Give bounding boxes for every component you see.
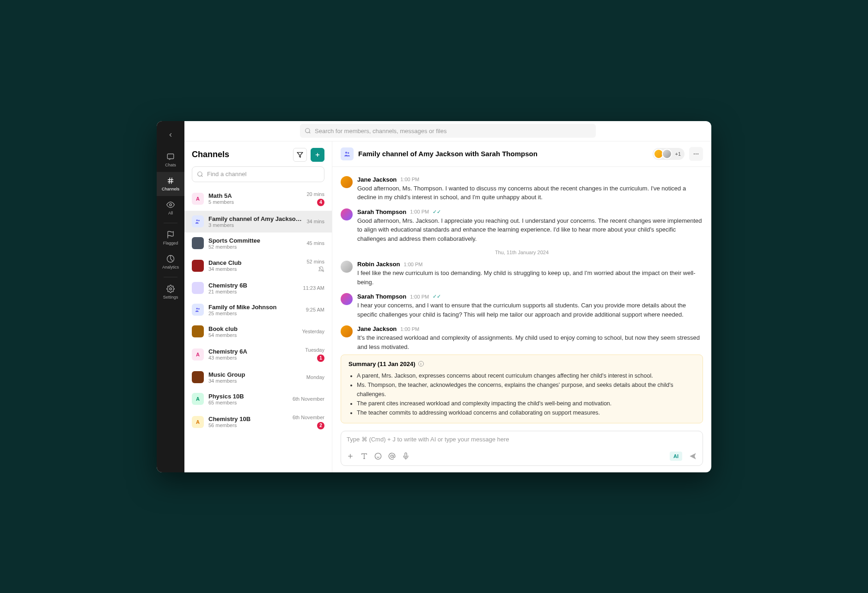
people-icon [343, 150, 351, 158]
channel-members: 54 members [208, 332, 297, 338]
nav-analytics[interactable]: Analytics [157, 250, 184, 274]
chat-header: Family channel of Amy Jackson with Sarah… [332, 141, 711, 167]
svg-point-5 [170, 203, 172, 206]
channel-avatar: A [192, 193, 204, 205]
message-list[interactable]: Jane Jackson 1:00 PM Good afternoon, Ms.… [332, 167, 711, 351]
top-search-bar: Search for members, channels, messages o… [184, 121, 711, 141]
message-avatar [341, 176, 353, 188]
hash-icon [166, 177, 175, 185]
filter-button[interactable] [293, 148, 307, 162]
message-text: I feel like the new curriculum is too de… [357, 269, 703, 287]
svg-point-20 [198, 308, 200, 310]
channel-avatar [192, 304, 204, 316]
message-author: Jane Jackson [357, 325, 397, 332]
channel-list[interactable]: A Math 5A 5 members 20 mins 4 Family cha… [184, 187, 332, 472]
nav-channels[interactable]: Channels [157, 172, 184, 196]
message-text: It's the increased workload and complexi… [357, 333, 703, 351]
format-button[interactable] [361, 452, 368, 460]
eye-icon [166, 201, 175, 209]
channel-members: 34 members [208, 266, 302, 272]
svg-line-3 [169, 177, 170, 184]
channel-members: 21 members [208, 289, 299, 294]
message-composer: Type ⌘ (Cmd) + J to write with AI or typ… [341, 431, 703, 466]
message-author: Jane Jackson [357, 176, 397, 183]
channel-item[interactable]: Chemistry 6B 21 members 11:23 AM [184, 277, 332, 299]
channel-avatar [192, 215, 204, 227]
search-icon [305, 128, 311, 134]
channel-avatar [192, 371, 204, 383]
member-avatars[interactable]: +1 [653, 148, 685, 160]
read-check-icon: ✓✓ [433, 209, 441, 215]
nav-all[interactable]: All [157, 196, 184, 220]
channel-item[interactable]: Family of Mike Johnson 25 members 9:25 A… [184, 299, 332, 321]
plus-icon [314, 152, 321, 158]
search-placeholder: Find a channel [207, 171, 246, 177]
channel-members: 5 members [208, 199, 302, 205]
svg-line-4 [171, 177, 172, 184]
channel-members: 34 members [208, 378, 302, 384]
channel-avatar [192, 237, 204, 249]
summary-bullets: A parent, Mrs. Jackson, expresses concer… [348, 371, 695, 417]
channel-item[interactable]: Music Group 34 members Monday [184, 367, 332, 388]
composer-input[interactable]: Type ⌘ (Cmd) + J to write with AI or typ… [347, 436, 697, 447]
channel-members: 52 members [208, 244, 302, 250]
message-avatar [341, 325, 353, 337]
channel-time: 20 mins [306, 191, 324, 197]
channel-avatar [192, 260, 204, 272]
channel-name: Book club [208, 325, 297, 332]
message: Jane Jackson 1:00 PM Good afternoon, Ms.… [341, 176, 703, 202]
send-button[interactable] [689, 452, 697, 460]
nav-settings[interactable]: Settings [157, 280, 184, 304]
channel-search-input[interactable]: Find a channel [192, 166, 324, 182]
search-icon [197, 171, 203, 177]
channel-members: 65 members [208, 400, 288, 405]
emoji-button[interactable] [374, 452, 382, 460]
unread-badge: 1 [317, 355, 324, 362]
channel-name: Sports Committee [208, 237, 302, 244]
channel-item[interactable]: A Math 5A 5 members 20 mins 4 [184, 187, 332, 211]
svg-point-8 [170, 287, 172, 290]
message-time: 1:00 PM [403, 262, 422, 267]
back-button[interactable] [162, 127, 179, 143]
analytics-icon [166, 255, 175, 263]
channel-name: Chemistry 6A [208, 348, 300, 355]
channel-item[interactable]: Family channel of Amy Jackson with S... … [184, 211, 332, 232]
channel-members: 25 members [208, 311, 301, 316]
global-search-input[interactable]: Search for members, channels, messages o… [300, 124, 596, 138]
svg-marker-11 [297, 152, 303, 157]
nav-flagged[interactable]: Flagged [157, 226, 184, 250]
chat-icon [166, 153, 175, 161]
channel-item[interactable]: Sports Committee 52 members 45 mins [184, 232, 332, 254]
dots-icon [693, 151, 699, 157]
unread-badge: 2 [317, 422, 324, 429]
channel-name: Chemistry 10B [208, 416, 288, 422]
mic-button[interactable] [402, 452, 410, 460]
channel-time: Yesterday [302, 329, 324, 334]
info-icon[interactable]: i [418, 361, 424, 367]
add-channel-button[interactable] [311, 148, 324, 162]
message-time: 1:00 PM [410, 294, 429, 300]
channel-item[interactable]: A Physics 10B 65 members 6th November [184, 388, 332, 410]
channel-avatar [192, 325, 204, 337]
svg-point-24 [696, 153, 697, 154]
channel-time: 6th November [293, 415, 324, 420]
message-author: Sarah Thompson [357, 293, 406, 300]
channel-item[interactable]: A Chemistry 6A 43 members Tuesday 1 [184, 342, 332, 367]
channel-name: Physics 10B [208, 393, 288, 400]
app-window: Chats Channels All Flagged Analytics Set… [157, 121, 711, 472]
summary-title: Summary (11 Jan 2024) i [348, 361, 695, 367]
nav-chats[interactable]: Chats [157, 148, 184, 172]
channel-members: 43 members [208, 355, 300, 361]
channel-item[interactable]: Dance Club 34 members 52 mins [184, 254, 332, 277]
chat-more-button[interactable] [689, 147, 703, 161]
channel-item[interactable]: A Chemistry 10B 56 members 6th November … [184, 410, 332, 434]
channel-item[interactable]: Book club 54 members Yesterday [184, 321, 332, 342]
search-placeholder: Search for members, channels, messages o… [315, 128, 446, 134]
channel-members: 56 members [208, 422, 288, 428]
mention-button[interactable] [388, 452, 396, 460]
mute-icon [318, 266, 324, 273]
svg-point-14 [198, 171, 202, 176]
summary-bullet: Ms. Thompson, the teacher, acknowledges … [357, 380, 695, 399]
attach-button[interactable] [347, 452, 354, 460]
ai-button[interactable]: AI [670, 452, 682, 461]
